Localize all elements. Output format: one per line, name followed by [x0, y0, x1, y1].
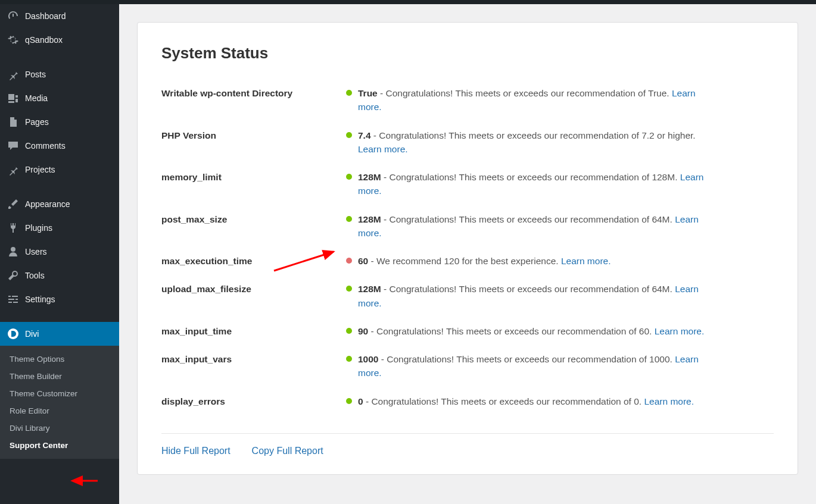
copy-full-report-link[interactable]: Copy Full Report [252, 446, 323, 456]
sidebar-item-label: Plugins [25, 223, 52, 233]
sidebar-item-label: Dashboard [25, 11, 66, 21]
status-label: memory_limit [161, 170, 340, 184]
content-area: System Status Writable wp-content Direct… [119, 4, 816, 504]
status-value: 128M [358, 284, 381, 294]
comment-icon [7, 140, 19, 152]
hide-full-report-link[interactable]: Hide Full Report [161, 446, 231, 456]
status-text: - Congratulations! This meets or exceeds… [381, 214, 675, 224]
learn-more-link[interactable]: Learn more. [644, 396, 694, 406]
status-text: - Congratulations! This meets or exceeds… [378, 88, 672, 98]
sidebar-item-label: Comments [25, 141, 66, 151]
status-row: max_input_vars1000 - Congratulations! Th… [161, 345, 774, 387]
status-text: - Congratulations! This meets or exceeds… [381, 172, 680, 182]
status-description: 90 - Congratulations! This meets or exce… [358, 324, 715, 338]
sidebar-item-qsandbox[interactable]: qSandbox [0, 28, 119, 52]
menu-separator [0, 181, 119, 192]
status-value: 128M [358, 214, 381, 224]
sidebar-item-settings[interactable]: Settings [0, 287, 119, 311]
sidebar-item-label: qSandbox [25, 35, 63, 45]
divider [161, 433, 774, 434]
learn-more-link[interactable]: Learn more. [358, 144, 408, 154]
status-label: max_input_vars [161, 352, 340, 366]
status-indicator [340, 324, 358, 334]
status-label: PHP Version [161, 129, 340, 142]
status-text: - Congratulations! This meets or exceeds… [378, 354, 675, 364]
status-value: 1000 [358, 354, 378, 364]
pin-icon [7, 68, 19, 80]
status-description: 0 - Congratulations! This meets or excee… [358, 395, 715, 408]
status-pass-icon [346, 356, 352, 362]
status-description: 60 - We recommend 120 for the best exper… [358, 254, 715, 268]
status-row: memory_limit128M - Congratulations! This… [161, 163, 774, 205]
status-row: display_errors0 - Congratulations! This … [161, 387, 774, 415]
sidebar-item-users[interactable]: Users [0, 240, 119, 264]
status-label: post_max_size [161, 212, 340, 226]
status-value: 7.4 [358, 130, 371, 140]
submenu-item-role-editor[interactable]: Role Editor [0, 402, 119, 420]
status-value: 0 [358, 396, 363, 406]
sidebar-item-projects[interactable]: Projects [0, 158, 119, 181]
status-pass-icon [346, 90, 352, 96]
brush-icon [7, 198, 19, 210]
sidebar-item-divi[interactable]: Divi [0, 322, 119, 346]
sidebar-item-label: Projects [25, 165, 55, 174]
submenu-item-theme-customizer[interactable]: Theme Customizer [0, 385, 119, 402]
sidebar-item-label: Settings [25, 295, 55, 304]
menu-separator [0, 311, 119, 322]
sidebar-item-posts[interactable]: Posts [0, 62, 119, 86]
dashboard-icon [7, 10, 19, 22]
status-indicator [340, 395, 358, 404]
status-text: - Congratulations! This meets or exceeds… [363, 396, 644, 406]
learn-more-link[interactable]: Learn more. [561, 256, 611, 266]
status-indicator [340, 352, 358, 362]
gear-icon [7, 34, 19, 46]
status-description: 128M - Congratulations! This meets or ex… [358, 212, 715, 240]
learn-more-link[interactable]: Learn more. [655, 326, 705, 336]
status-value: True [358, 88, 378, 98]
report-actions: Hide Full Report Copy Full Report [161, 446, 774, 456]
media-icon [7, 92, 19, 104]
admin-topbar [0, 0, 816, 4]
divi-icon [7, 328, 19, 340]
status-pass-icon [346, 328, 352, 334]
sidebar-item-pages[interactable]: Pages [0, 110, 119, 134]
sidebar-item-comments[interactable]: Comments [0, 134, 119, 158]
submenu-item-theme-builder[interactable]: Theme Builder [0, 368, 119, 385]
sidebar-item-media[interactable]: Media [0, 86, 119, 110]
sliders-icon [7, 293, 19, 305]
sidebar-item-dashboard[interactable]: Dashboard [0, 4, 119, 28]
status-pass-icon [346, 398, 352, 404]
status-label: upload_max_filesize [161, 282, 340, 296]
system-status-panel: System Status Writable wp-content Direct… [137, 22, 798, 475]
sidebar-item-label: Divi [25, 329, 39, 339]
status-value: 90 [358, 326, 368, 336]
pin-icon [7, 164, 19, 176]
status-description: True - Congratulations! This meets or ex… [358, 86, 715, 114]
status-indicator [340, 282, 358, 292]
sidebar-item-label: Appearance [25, 199, 70, 209]
status-text: - We recommend 120 for the best experien… [368, 256, 561, 266]
status-row: post_max_size128M - Congratulations! Thi… [161, 205, 774, 248]
submenu-item-support-center[interactable]: Support Center [0, 437, 119, 454]
sidebar-item-tools[interactable]: Tools [0, 264, 119, 287]
submenu-item-divi-library[interactable]: Divi Library [0, 420, 119, 437]
status-indicator [340, 129, 358, 138]
status-pass-icon [346, 174, 352, 180]
wrench-icon [7, 270, 19, 281]
status-indicator [340, 86, 358, 96]
status-description: 1000 - Congratulations! This meets or ex… [358, 352, 715, 380]
user-icon [7, 246, 19, 258]
sidebar-item-appearance[interactable]: Appearance [0, 192, 119, 216]
submenu-item-theme-options[interactable]: Theme Options [0, 350, 119, 368]
status-value: 128M [358, 172, 381, 182]
status-label: max_input_time [161, 324, 340, 338]
status-warn-icon [346, 258, 352, 264]
status-indicator [340, 212, 358, 222]
sidebar-item-plugins[interactable]: Plugins [0, 216, 119, 240]
status-description: 128M - Congratulations! This meets or ex… [358, 170, 715, 198]
status-row: PHP Version7.4 - Congratulations! This m… [161, 121, 774, 164]
status-pass-icon [346, 286, 352, 292]
status-row: upload_max_filesize128M - Congratulation… [161, 275, 774, 317]
status-pass-icon [346, 132, 352, 138]
status-value: 60 [358, 256, 368, 266]
